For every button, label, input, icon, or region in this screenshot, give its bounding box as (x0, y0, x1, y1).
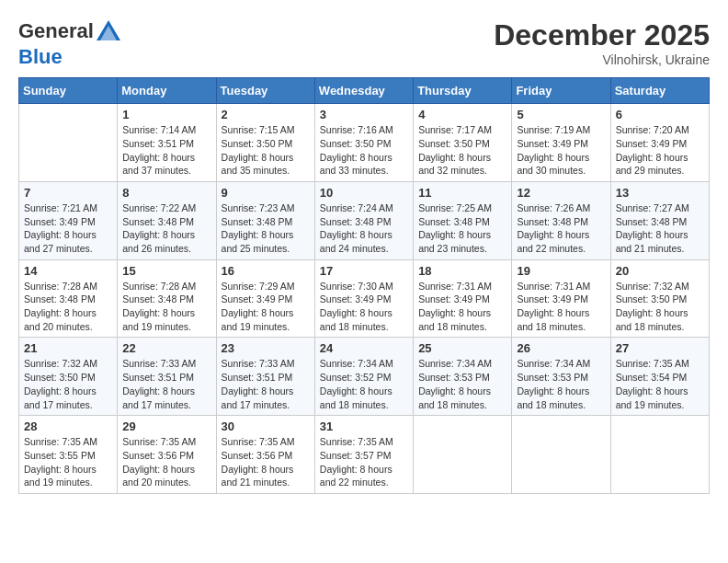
logo-text: General (18, 18, 123, 46)
day-number: 21 (24, 341, 112, 355)
day-cell: 17Sunrise: 7:30 AMSunset: 3:49 PMDayligh… (314, 259, 413, 338)
day-cell: 28Sunrise: 7:35 AMSunset: 3:55 PMDayligh… (19, 416, 118, 494)
day-cell: 5Sunrise: 7:19 AMSunset: 3:49 PMDaylight… (512, 104, 610, 182)
day-number: 1 (122, 108, 210, 121)
day-number: 20 (616, 264, 704, 278)
day-cell: 19Sunrise: 7:31 AMSunset: 3:49 PMDayligh… (512, 259, 610, 338)
day-number: 26 (517, 341, 605, 355)
day-cell (414, 416, 512, 494)
day-cell: 11Sunrise: 7:25 AMSunset: 3:48 PMDayligh… (414, 181, 512, 259)
day-cell: 6Sunrise: 7:20 AMSunset: 3:49 PMDaylight… (610, 104, 709, 182)
day-cell: 16Sunrise: 7:29 AMSunset: 3:49 PMDayligh… (216, 259, 314, 338)
day-cell: 30Sunrise: 7:35 AMSunset: 3:56 PMDayligh… (216, 416, 314, 494)
cell-info: Sunrise: 7:28 AMSunset: 3:48 PMDaylight:… (24, 280, 112, 334)
day-cell: 18Sunrise: 7:31 AMSunset: 3:49 PMDayligh… (414, 259, 512, 338)
cell-info: Sunrise: 7:35 AMSunset: 3:54 PMDaylight:… (616, 357, 704, 411)
day-cell: 4Sunrise: 7:17 AMSunset: 3:50 PMDaylight… (414, 104, 512, 182)
week-row-4: 21Sunrise: 7:32 AMSunset: 3:50 PMDayligh… (19, 338, 710, 416)
day-number: 25 (418, 341, 506, 355)
cell-info: Sunrise: 7:19 AMSunset: 3:49 PMDaylight:… (517, 123, 605, 178)
day-cell: 14Sunrise: 7:28 AMSunset: 3:48 PMDayligh… (19, 259, 118, 338)
weekday-header-monday: Monday (118, 78, 216, 104)
day-cell: 23Sunrise: 7:33 AMSunset: 3:51 PMDayligh… (216, 338, 314, 416)
day-number: 4 (418, 108, 506, 121)
day-number: 18 (418, 264, 506, 278)
weekday-header-tuesday: Tuesday (216, 78, 314, 104)
logo-blue-text: Blue (18, 46, 123, 68)
day-number: 27 (616, 341, 704, 355)
weekday-header-wednesday: Wednesday (314, 78, 413, 104)
cell-info: Sunrise: 7:14 AMSunset: 3:51 PMDaylight:… (122, 123, 210, 178)
cell-info: Sunrise: 7:32 AMSunset: 3:50 PMDaylight:… (24, 357, 112, 411)
cell-info: Sunrise: 7:26 AMSunset: 3:48 PMDaylight:… (517, 201, 605, 256)
day-number: 10 (320, 186, 408, 200)
day-number: 30 (222, 419, 310, 433)
cell-info: Sunrise: 7:22 AMSunset: 3:48 PMDaylight:… (122, 201, 210, 256)
cell-info: Sunrise: 7:34 AMSunset: 3:53 PMDaylight:… (517, 357, 605, 411)
cell-info: Sunrise: 7:24 AMSunset: 3:48 PMDaylight:… (320, 201, 408, 256)
day-number: 9 (222, 186, 310, 200)
day-cell: 7Sunrise: 7:21 AMSunset: 3:49 PMDaylight… (19, 181, 118, 259)
page-header: General Blue December 2025 Vilnohirsk, U… (18, 18, 710, 68)
day-number: 15 (122, 264, 210, 278)
day-cell: 10Sunrise: 7:24 AMSunset: 3:48 PMDayligh… (314, 181, 413, 259)
day-cell: 3Sunrise: 7:16 AMSunset: 3:50 PMDaylight… (314, 104, 413, 182)
cell-info: Sunrise: 7:25 AMSunset: 3:48 PMDaylight:… (418, 201, 506, 256)
day-cell: 31Sunrise: 7:35 AMSunset: 3:57 PMDayligh… (314, 416, 413, 494)
cell-info: Sunrise: 7:33 AMSunset: 3:51 PMDaylight:… (122, 357, 210, 411)
calendar-table: SundayMondayTuesdayWednesdayThursdayFrid… (18, 77, 710, 494)
weekday-header-row: SundayMondayTuesdayWednesdayThursdayFrid… (19, 78, 710, 104)
location: Vilnohirsk, Ukraine (494, 52, 710, 67)
cell-info: Sunrise: 7:29 AMSunset: 3:49 PMDaylight:… (222, 280, 310, 334)
week-row-1: 1Sunrise: 7:14 AMSunset: 3:51 PMDaylight… (19, 104, 710, 182)
day-cell: 24Sunrise: 7:34 AMSunset: 3:52 PMDayligh… (314, 338, 413, 416)
cell-info: Sunrise: 7:31 AMSunset: 3:49 PMDaylight:… (418, 280, 506, 334)
cell-info: Sunrise: 7:32 AMSunset: 3:50 PMDaylight:… (616, 280, 704, 334)
week-row-3: 14Sunrise: 7:28 AMSunset: 3:48 PMDayligh… (19, 259, 710, 338)
cell-info: Sunrise: 7:20 AMSunset: 3:49 PMDaylight:… (616, 123, 704, 178)
day-cell: 2Sunrise: 7:15 AMSunset: 3:50 PMDaylight… (216, 104, 314, 182)
cell-info: Sunrise: 7:27 AMSunset: 3:48 PMDaylight:… (616, 201, 704, 256)
day-number: 22 (122, 341, 210, 355)
day-number: 31 (320, 419, 408, 433)
cell-info: Sunrise: 7:34 AMSunset: 3:53 PMDaylight:… (418, 357, 506, 411)
title-block: December 2025 Vilnohirsk, Ukraine (494, 18, 710, 67)
day-cell: 27Sunrise: 7:35 AMSunset: 3:54 PMDayligh… (610, 338, 709, 416)
day-cell: 15Sunrise: 7:28 AMSunset: 3:48 PMDayligh… (118, 259, 216, 338)
day-number: 28 (24, 419, 112, 433)
week-row-2: 7Sunrise: 7:21 AMSunset: 3:49 PMDaylight… (19, 181, 710, 259)
day-cell: 8Sunrise: 7:22 AMSunset: 3:48 PMDaylight… (118, 181, 216, 259)
day-cell: 25Sunrise: 7:34 AMSunset: 3:53 PMDayligh… (414, 338, 512, 416)
day-cell: 22Sunrise: 7:33 AMSunset: 3:51 PMDayligh… (118, 338, 216, 416)
day-number: 6 (616, 108, 704, 121)
cell-info: Sunrise: 7:35 AMSunset: 3:56 PMDaylight:… (222, 435, 310, 489)
day-number: 13 (616, 186, 704, 200)
weekday-header-friday: Friday (512, 78, 610, 104)
day-number: 24 (320, 341, 408, 355)
logo-general: General (18, 19, 94, 42)
day-number: 8 (122, 186, 210, 200)
cell-info: Sunrise: 7:34 AMSunset: 3:52 PMDaylight:… (320, 357, 408, 411)
weekday-header-thursday: Thursday (414, 78, 512, 104)
cell-info: Sunrise: 7:28 AMSunset: 3:48 PMDaylight:… (122, 280, 210, 334)
cell-info: Sunrise: 7:30 AMSunset: 3:49 PMDaylight:… (320, 280, 408, 334)
cell-info: Sunrise: 7:35 AMSunset: 3:57 PMDaylight:… (320, 435, 408, 489)
day-number: 7 (24, 186, 112, 200)
day-number: 2 (222, 108, 310, 121)
day-cell: 9Sunrise: 7:23 AMSunset: 3:48 PMDaylight… (216, 181, 314, 259)
day-number: 3 (320, 108, 408, 121)
day-number: 16 (222, 264, 310, 278)
day-number: 5 (517, 108, 605, 121)
day-number: 23 (222, 341, 310, 355)
cell-info: Sunrise: 7:35 AMSunset: 3:55 PMDaylight:… (24, 435, 112, 489)
day-cell: 26Sunrise: 7:34 AMSunset: 3:53 PMDayligh… (512, 338, 610, 416)
cell-info: Sunrise: 7:33 AMSunset: 3:51 PMDaylight:… (222, 357, 310, 411)
day-number: 12 (517, 186, 605, 200)
day-cell (610, 416, 709, 494)
month-year: December 2025 (494, 18, 710, 52)
day-cell: 12Sunrise: 7:26 AMSunset: 3:48 PMDayligh… (512, 181, 610, 259)
day-number: 17 (320, 264, 408, 278)
weekday-header-sunday: Sunday (19, 78, 118, 104)
week-row-5: 28Sunrise: 7:35 AMSunset: 3:55 PMDayligh… (19, 416, 710, 494)
cell-info: Sunrise: 7:35 AMSunset: 3:56 PMDaylight:… (122, 435, 210, 489)
